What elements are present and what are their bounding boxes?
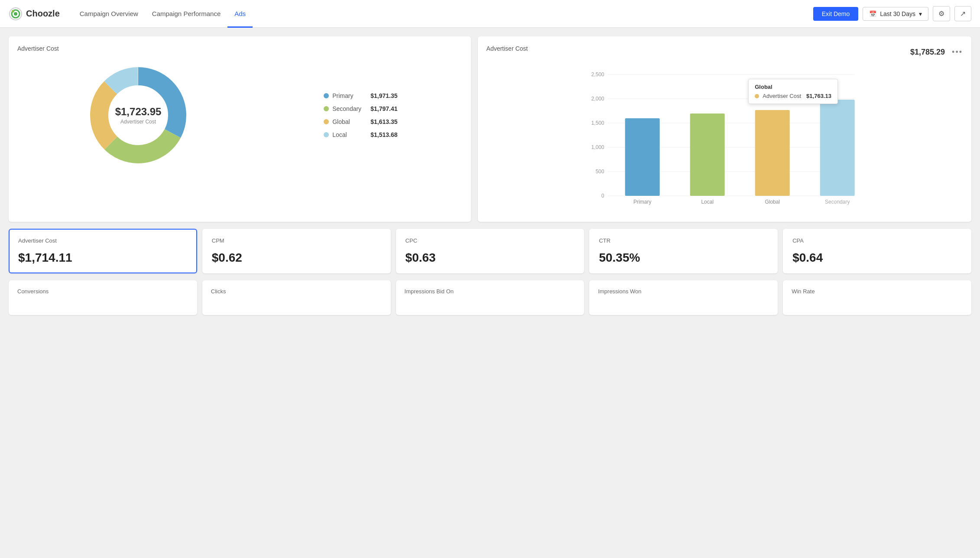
legend-value-global: $1,613.35 [370, 118, 397, 125]
date-picker-button[interactable]: 📅 Last 30 Days ▾ [863, 7, 928, 21]
bottom-card-impressions-won[interactable]: Impressions Won [589, 280, 778, 315]
svg-text:1,500: 1,500 [591, 120, 604, 126]
bottom-card-impressions-bid-on[interactable]: Impressions Bid On [396, 280, 584, 315]
donut-chart-title: Advertiser Cost [17, 45, 462, 52]
legend-name-local: Local [332, 131, 367, 138]
bottom-label-clicks: Clicks [211, 288, 382, 295]
legend-dot-primary [324, 93, 329, 98]
donut-center-label: Advertiser Cost [115, 119, 162, 125]
bar-secondary[interactable] [820, 100, 854, 196]
donut-legend: Primary $1,971.35 Secondary $1,797.41 Gl… [324, 92, 397, 138]
svg-text:Global: Global [765, 199, 780, 205]
metric-card-cpc[interactable]: CPC $0.63 [396, 229, 584, 273]
metric-label-cpm: CPM [212, 237, 381, 244]
bar-chart-area: Global Advertiser Cost $1,763.13 [487, 66, 963, 213]
donut-center: $1,723.95 Advertiser Cost [115, 106, 162, 125]
bar-chart-title-row: Advertiser Cost $1,785.29 ••• [487, 45, 963, 59]
bar-chart-title: Advertiser Cost [487, 45, 528, 52]
svg-text:2,000: 2,000 [591, 96, 604, 102]
legend-dot-secondary [324, 106, 329, 111]
bar-local[interactable] [690, 114, 724, 196]
donut-center-value: $1,723.95 [115, 106, 162, 118]
metric-value-cpa: $0.64 [792, 251, 962, 265]
bottom-card-conversions[interactable]: Conversions [9, 280, 197, 315]
legend-item-secondary: Secondary $1,797.41 [324, 105, 397, 112]
logo-area: Choozle [9, 7, 60, 21]
svg-text:0: 0 [601, 193, 604, 199]
legend-item-local: Local $1,513.68 [324, 131, 397, 138]
bar-chart-card: Advertiser Cost $1,785.29 ••• Global Adv… [478, 36, 971, 222]
bottom-label-impressions-won: Impressions Won [598, 288, 769, 295]
metric-value-cpm: $0.62 [212, 251, 381, 265]
header-right: Exit Demo 📅 Last 30 Days ▾ ⚙ ↗ [813, 6, 971, 21]
header: Choozle Campaign Overview Campaign Perfo… [0, 0, 980, 28]
metric-label-cpc: CPC [406, 237, 575, 244]
svg-text:500: 500 [595, 169, 604, 175]
legend-dot-global [324, 119, 329, 124]
legend-item-global: Global $1,613.35 [324, 118, 397, 125]
bar-chart-svg: 2,500 2,000 1,500 1,000 500 0 Primary Lo… [487, 66, 963, 213]
bottom-card-win-rate[interactable]: Win Rate [783, 280, 971, 315]
svg-text:1,000: 1,000 [591, 144, 604, 150]
exit-demo-button[interactable]: Exit Demo [813, 7, 859, 21]
bar-global[interactable] [755, 110, 789, 196]
legend-name-secondary: Secondary [332, 105, 367, 112]
main-content: Advertiser Cost [0, 28, 980, 324]
legend-name-global: Global [332, 118, 367, 125]
metric-card-cpm[interactable]: CPM $0.62 [202, 229, 391, 273]
legend-item-primary: Primary $1,971.35 [324, 92, 397, 99]
bottom-label-conversions: Conversions [17, 288, 188, 295]
bar-chart-total: $1,785.29 [910, 48, 945, 57]
svg-point-3 [12, 10, 14, 13]
metric-value-cpc: $0.63 [406, 251, 575, 265]
metric-value-advertiser-cost: $1,714.11 [18, 251, 188, 265]
donut-chart-content: $1,723.95 Advertiser Cost Primary $1,971… [17, 59, 462, 172]
share-icon-button[interactable]: ↗ [954, 6, 971, 21]
bar-chart-more-button[interactable]: ••• [952, 48, 963, 57]
tab-campaign-performance[interactable]: Campaign Performance [145, 0, 227, 28]
bar-primary[interactable] [625, 118, 659, 196]
metric-cards-row: Advertiser Cost $1,714.11 CPM $0.62 CPC … [9, 229, 971, 273]
tab-ads[interactable]: Ads [227, 0, 253, 28]
charts-row: Advertiser Cost [9, 36, 971, 222]
donut-chart-card: Advertiser Cost [9, 36, 471, 222]
bottom-label-impressions-bid-on: Impressions Bid On [405, 288, 576, 295]
svg-text:Primary: Primary [633, 199, 651, 205]
metric-card-cpa[interactable]: CPA $0.64 [783, 229, 971, 273]
metric-label-advertiser-cost: Advertiser Cost [18, 237, 188, 244]
filter-icon-button[interactable]: ⚙ [933, 6, 950, 21]
svg-text:2,500: 2,500 [591, 71, 604, 78]
tab-campaign-overview[interactable]: Campaign Overview [73, 0, 145, 28]
metric-card-ctr[interactable]: CTR 50.35% [589, 229, 778, 273]
legend-dot-local [324, 132, 329, 137]
logo-text: Choozle [26, 9, 60, 19]
chevron-down-icon: ▾ [919, 10, 922, 17]
nav-tabs: Campaign Overview Campaign Performance A… [73, 0, 813, 27]
bottom-label-win-rate: Win Rate [792, 288, 963, 295]
legend-value-secondary: $1,797.41 [370, 105, 397, 112]
share-icon: ↗ [960, 10, 966, 18]
choozle-logo-icon [9, 7, 23, 21]
svg-text:Secondary: Secondary [825, 199, 850, 205]
bottom-metric-row: Conversions Clicks Impressions Bid On Im… [9, 280, 971, 315]
metric-card-advertiser-cost[interactable]: Advertiser Cost $1,714.11 [9, 229, 197, 273]
svg-text:Local: Local [701, 199, 714, 205]
date-picker-label: Last 30 Days [880, 10, 915, 17]
metric-label-cpa: CPA [792, 237, 962, 244]
calendar-icon: 📅 [869, 10, 876, 17]
svg-point-2 [14, 12, 17, 16]
filter-icon: ⚙ [938, 10, 944, 18]
bottom-card-clicks[interactable]: Clicks [202, 280, 391, 315]
legend-value-primary: $1,971.35 [370, 92, 397, 99]
donut-svg-container: $1,723.95 Advertiser Cost [82, 59, 195, 172]
metric-label-ctr: CTR [599, 237, 768, 244]
legend-name-primary: Primary [332, 92, 367, 99]
legend-value-local: $1,513.68 [370, 131, 397, 138]
metric-value-ctr: 50.35% [599, 251, 768, 265]
